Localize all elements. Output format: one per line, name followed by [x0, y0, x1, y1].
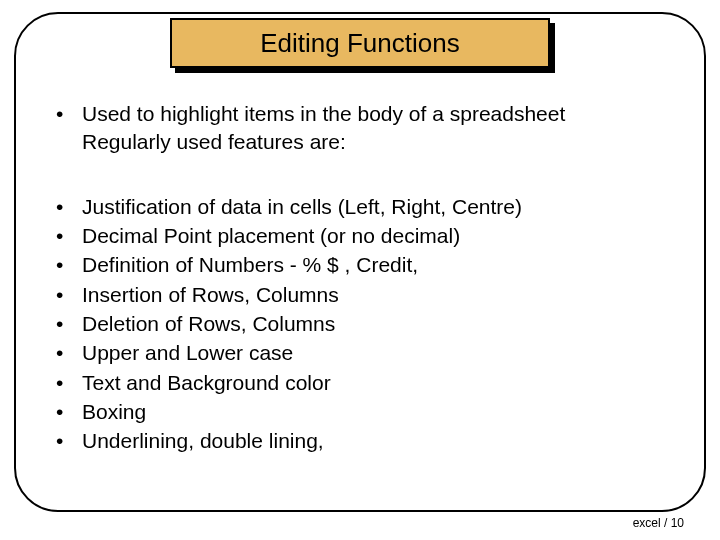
intro-bullet: • Used to highlight items in the body of…: [56, 100, 666, 128]
slide-title: Editing Functions: [260, 28, 459, 59]
feature-list: • Justification of data in cells (Left, …: [56, 193, 666, 456]
slide-content: • Used to highlight items in the body of…: [56, 100, 666, 457]
feature-text: Justification of data in cells (Left, Ri…: [82, 193, 666, 221]
bullet-icon: •: [56, 310, 82, 338]
bullet-icon: •: [56, 281, 82, 309]
feature-text: Upper and Lower case: [82, 339, 666, 367]
bullet-icon: •: [56, 339, 82, 367]
feature-text: Deletion of Rows, Columns: [82, 310, 666, 338]
bullet-icon: •: [56, 427, 82, 455]
feature-text: Underlining, double lining,: [82, 427, 666, 455]
feature-text: Definition of Numbers - % $ , Credit,: [82, 251, 666, 279]
list-item: • Underlining, double lining,: [56, 427, 666, 455]
title-box: Editing Functions: [170, 18, 550, 68]
feature-text: Boxing: [82, 398, 666, 426]
bullet-icon: •: [56, 193, 82, 221]
list-item: • Deletion of Rows, Columns: [56, 310, 666, 338]
bullet-icon: •: [56, 398, 82, 426]
intro-line2: Regularly used features are:: [56, 128, 666, 156]
bullet-icon: •: [56, 251, 82, 279]
bullet-icon: •: [56, 222, 82, 250]
bullet-icon: •: [56, 100, 82, 128]
list-item: • Upper and Lower case: [56, 339, 666, 367]
list-item: • Text and Background color: [56, 369, 666, 397]
bullet-icon: •: [56, 369, 82, 397]
intro-line1: Used to highlight items in the body of a…: [82, 100, 666, 128]
feature-text: Text and Background color: [82, 369, 666, 397]
list-item: • Justification of data in cells (Left, …: [56, 193, 666, 221]
feature-text: Insertion of Rows, Columns: [82, 281, 666, 309]
slide-footer: excel / 10: [633, 516, 684, 530]
feature-text: Decimal Point placement (or no decimal): [82, 222, 666, 250]
intro-block: • Used to highlight items in the body of…: [56, 100, 666, 157]
list-item: • Decimal Point placement (or no decimal…: [56, 222, 666, 250]
list-item: • Insertion of Rows, Columns: [56, 281, 666, 309]
list-item: • Definition of Numbers - % $ , Credit,: [56, 251, 666, 279]
list-item: • Boxing: [56, 398, 666, 426]
